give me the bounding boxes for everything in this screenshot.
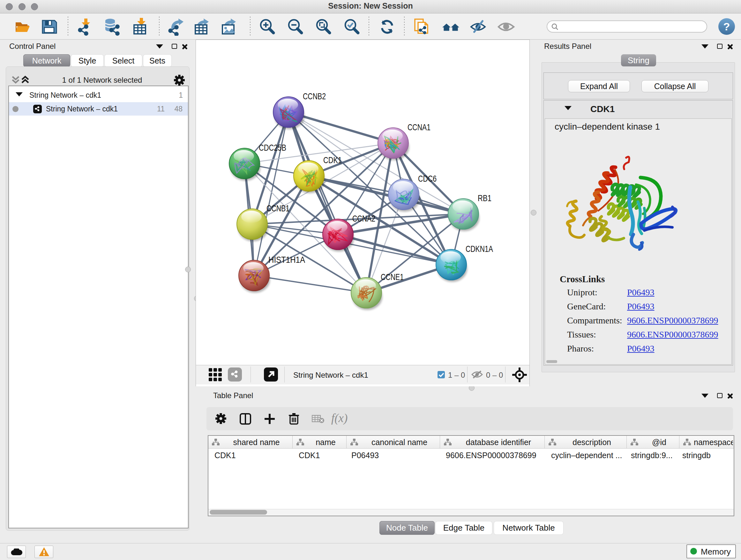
svg-text:CCNA2: CCNA2: [352, 213, 375, 224]
svg-text:CDKN1A: CDKN1A: [466, 244, 493, 254]
svg-text:CCNB2: CCNB2: [303, 91, 326, 101]
svg-text:CCNA1: CCNA1: [408, 122, 430, 132]
svg-text:CDC6: CDC6: [418, 174, 436, 184]
svg-text:CCNE1: CCNE1: [381, 272, 404, 282]
svg-text:RB1: RB1: [478, 193, 491, 203]
svg-text:HIST1H1A: HIST1H1A: [268, 255, 305, 265]
svg-text:CDC25B: CDC25B: [259, 143, 286, 152]
svg-text:CCNB1: CCNB1: [266, 203, 289, 213]
svg-text:CDK1: CDK1: [323, 155, 342, 165]
